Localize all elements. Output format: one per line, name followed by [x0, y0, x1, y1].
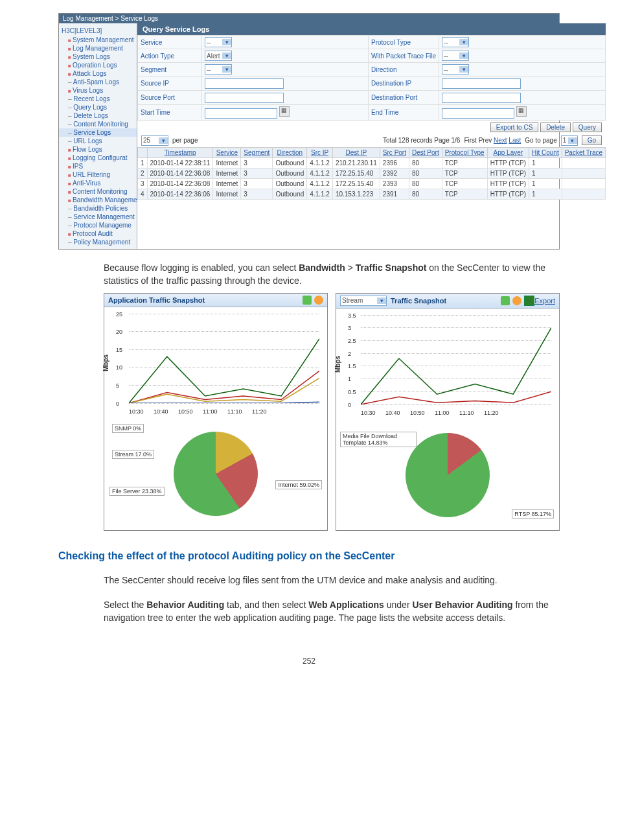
- col-0[interactable]: [138, 147, 148, 158]
- query-button[interactable]: Query: [573, 122, 602, 132]
- sidebar-item-18[interactable]: Content Monitoring: [59, 187, 137, 196]
- end-time-input[interactable]: [442, 108, 514, 119]
- perpage-dropdown[interactable]: 25▾: [141, 135, 168, 146]
- nav-next[interactable]: Next: [494, 137, 507, 144]
- dest-port-input[interactable]: [442, 93, 521, 103]
- sidebar-item-22[interactable]: Protocol Manageme: [59, 221, 137, 229]
- paragraph-1: The SecCenter should receive log files s…: [104, 574, 560, 587]
- col-9[interactable]: Protocol Type: [442, 147, 487, 158]
- col-3[interactable]: Segment: [241, 147, 273, 158]
- query-header: Query Service Logs: [137, 23, 606, 35]
- direction-dropdown[interactable]: --▾: [442, 64, 469, 75]
- nav-last[interactable]: Last: [509, 137, 521, 144]
- refresh-icon[interactable]: [314, 296, 323, 305]
- sidebar-item-15[interactable]: IPS: [59, 162, 137, 170]
- calendar-icon[interactable]: ▦: [279, 106, 290, 117]
- sidebar-item-19[interactable]: Bandwidth Manageme: [59, 196, 137, 204]
- col-11[interactable]: Hit Count: [529, 147, 562, 158]
- section-heading: Checking the effect of the protocol Audi…: [58, 550, 560, 562]
- col-2[interactable]: Service: [213, 147, 241, 158]
- flow-logging-note: Because flow logging is enabled, you can…: [104, 261, 560, 288]
- sidebar-item-8[interactable]: Query Logs: [59, 103, 137, 111]
- y-axis-label: Mbps: [334, 356, 341, 373]
- col-12[interactable]: Packet Trace: [562, 147, 605, 158]
- sidebar-item-13[interactable]: Flow Logs: [59, 145, 137, 154]
- chevron-down-icon: ▾: [222, 39, 231, 45]
- col-4[interactable]: Direction: [273, 147, 307, 158]
- goto-label: Go to page: [525, 137, 556, 144]
- col-8[interactable]: Dest Port: [409, 147, 442, 158]
- app-traffic-snapshot-panel: Application Traffic Snapshot Mbps 051015…: [104, 293, 328, 531]
- sidebar-item-11[interactable]: Service Logs: [59, 128, 137, 137]
- sidebar-item-5[interactable]: Anti-Spam Logs: [59, 78, 137, 86]
- table-row[interactable]: 22010-01-14 22:36:08Internet3Outbound4.1…: [138, 168, 606, 178]
- app-traffic-pie: SNMP 0% Stream 17.0% File Server 23.38% …: [104, 419, 327, 529]
- chart-icon[interactable]: [303, 296, 312, 305]
- col-6[interactable]: Dest IP: [332, 147, 380, 158]
- chevron-down-icon: ▾: [377, 298, 386, 304]
- dest-ip-input[interactable]: [442, 78, 521, 89]
- chevron-down-icon: ▾: [159, 137, 168, 144]
- sidebar-item-14[interactable]: Logging Configurat: [59, 154, 137, 162]
- sidebar-item-1[interactable]: Log Management: [59, 44, 137, 52]
- sidebar-item-7[interactable]: Recent Logs: [59, 95, 137, 103]
- sidebar-item-2[interactable]: System Logs: [59, 52, 137, 61]
- table-row[interactable]: 42010-01-14 22:36:06Internet3Outbound4.1…: [138, 189, 606, 199]
- sidebar-item-21[interactable]: Service Management: [59, 213, 137, 221]
- sidebar-item-23[interactable]: Protocol Audit: [59, 229, 137, 238]
- col-7[interactable]: Src Port: [380, 147, 409, 158]
- y-axis-label: Mbps: [102, 355, 109, 371]
- delete-button[interactable]: Delete: [540, 122, 571, 132]
- go-button[interactable]: Go: [582, 135, 602, 145]
- sidebar-item-0[interactable]: System Management: [59, 36, 137, 44]
- sidebar-item-20[interactable]: Bandwidth Policies: [59, 204, 137, 213]
- excel-icon[interactable]: [524, 296, 534, 306]
- sidebar-item-16[interactable]: URL Filtering: [59, 170, 137, 179]
- pie-label-fileserver: File Server 23.38%: [109, 487, 165, 496]
- stream-traffic-line-chart: Mbps 00.511.522.533.510:3010:4010:5011:0…: [341, 312, 554, 416]
- sidebar-item-10[interactable]: Content Monitoring: [59, 120, 137, 128]
- segment-dropdown[interactable]: --▾: [205, 64, 232, 75]
- col-10[interactable]: App Layer: [487, 147, 529, 158]
- chevron-down-icon: ▾: [568, 137, 577, 144]
- action-type-dropdown[interactable]: Alert▾: [205, 51, 232, 61]
- filter-form: Service --▾ Protocol Type --▾ Action Typ…: [137, 35, 606, 121]
- chevron-down-icon: ▾: [459, 66, 468, 73]
- chart-icon[interactable]: [501, 296, 510, 305]
- source-ip-input[interactable]: [205, 78, 284, 89]
- panel-title: Application Traffic Snapshot: [108, 296, 300, 304]
- sidebar-item-6[interactable]: Virus Logs: [59, 86, 137, 95]
- calendar-icon[interactable]: ▦: [516, 106, 527, 117]
- service-dropdown[interactable]: --▾: [205, 37, 232, 47]
- export-button[interactable]: Export to CS: [490, 122, 539, 132]
- refresh-icon[interactable]: [512, 296, 521, 305]
- tree-root[interactable]: H3C[LEVEL3]: [59, 26, 137, 36]
- source-port-input[interactable]: [205, 93, 284, 103]
- nav-prev: Prev: [479, 137, 492, 144]
- sidebar-item-4[interactable]: Attack Logs: [59, 69, 137, 78]
- chevron-down-icon: ▾: [222, 66, 231, 73]
- table-row[interactable]: 32010-01-14 22:36:08Internet3Outbound4.1…: [138, 178, 606, 189]
- stream-select[interactable]: Stream▾: [340, 296, 387, 306]
- goto-page-dropdown[interactable]: 1▾: [561, 135, 578, 146]
- export-link[interactable]: Export: [534, 297, 555, 305]
- table-row[interactable]: 12010-01-14 22:38:11Internet3Outbound4.1…: [138, 158, 606, 168]
- sidebar-item-24[interactable]: Policy Management: [59, 238, 137, 246]
- pie-label-stream: Stream 17.0%: [112, 450, 154, 459]
- sidebar-item-9[interactable]: Delete Logs: [59, 111, 137, 120]
- col-1[interactable]: Timestamp: [147, 147, 213, 158]
- col-5[interactable]: Src IP: [307, 147, 333, 158]
- start-time-input[interactable]: [205, 108, 277, 119]
- packet-trace-dropdown[interactable]: --▾: [442, 51, 469, 61]
- sidebar-item-17[interactable]: Anti-Virus: [59, 179, 137, 187]
- nav-tree: H3C[LEVEL3] System ManagementLog Managem…: [59, 23, 137, 249]
- sidebar-item-3[interactable]: Operation Logs: [59, 61, 137, 69]
- chevron-down-icon: ▾: [459, 39, 468, 45]
- sidebar-item-12[interactable]: URL Logs: [59, 137, 137, 145]
- stream-traffic-pie: Media File Download Template 14.83% RTSP…: [336, 420, 559, 530]
- perpage-label: per page: [172, 137, 198, 144]
- stream-traffic-snapshot-panel: Stream▾ Traffic Snapshot Export Mbps 00.…: [336, 293, 560, 531]
- panel-title: Traffic Snapshot: [391, 297, 498, 305]
- protocol-type-dropdown[interactable]: --▾: [442, 37, 469, 47]
- records-count: Total 128 records Page 1/6: [383, 137, 461, 144]
